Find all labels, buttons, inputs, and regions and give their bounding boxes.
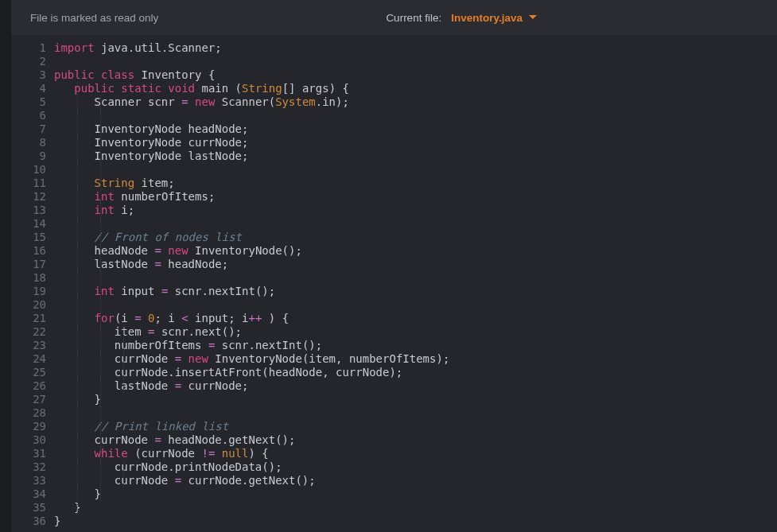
- code-line[interactable]: [54, 406, 777, 420]
- code-line[interactable]: }: [54, 515, 777, 528]
- line-number: 10: [11, 163, 46, 177]
- code-line[interactable]: // Front of nodes list: [54, 231, 777, 244]
- code-line[interactable]: for(i = 0; i < input; i++ ) {: [54, 312, 777, 325]
- line-number: 17: [11, 258, 46, 271]
- code-editor[interactable]: 1234567891011121314151617181920212223242…: [11, 35, 777, 532]
- code-line-content: lastNode = headNode;: [54, 258, 228, 270]
- indent-guide: [77, 339, 78, 352]
- code-line[interactable]: InventoryNode lastNode;: [54, 150, 777, 163]
- indent-guide: [100, 285, 101, 298]
- indent-guide: [100, 339, 101, 352]
- code-line-content: while (currNode != null) {: [54, 447, 269, 460]
- code-line[interactable]: public static void main (String[] args) …: [54, 82, 777, 95]
- code-line-content: InventoryNode currNode;: [54, 136, 248, 149]
- code-line[interactable]: [54, 163, 777, 177]
- code-line[interactable]: lastNode = currNode;: [54, 379, 777, 393]
- code-line[interactable]: currNode.printNodeData();: [54, 460, 777, 474]
- indent-guide: [77, 474, 78, 487]
- code-line-content: InventoryNode headNode;: [54, 122, 248, 135]
- code-line-content: currNode.printNodeData();: [54, 460, 282, 473]
- indent-guide: [100, 177, 101, 190]
- indent-guide: [77, 366, 78, 379]
- indent-guide: [77, 163, 78, 177]
- indent-guide: [100, 204, 101, 217]
- line-number: 7: [11, 122, 46, 136]
- code-line[interactable]: int i;: [54, 204, 777, 217]
- code-line[interactable]: int input = scnr.nextInt();: [54, 285, 777, 298]
- current-file-name: Inventory.java: [451, 12, 523, 24]
- code-line-content: currNode = headNode.getNext();: [54, 433, 295, 446]
- code-line[interactable]: currNode = headNode.getNext();: [54, 433, 777, 447]
- indent-guide: [100, 190, 101, 204]
- indent-guide: [100, 271, 101, 285]
- line-number: 9: [11, 150, 46, 163]
- indent-guide: [100, 447, 101, 460]
- code-line[interactable]: while (currNode != null) {: [54, 447, 777, 460]
- current-file-dropdown[interactable]: Inventory.java: [451, 12, 537, 24]
- line-number: 11: [11, 177, 46, 190]
- code-line-content: int input = scnr.nextInt();: [54, 285, 275, 297]
- code-line[interactable]: [54, 109, 777, 122]
- code-line[interactable]: }: [54, 487, 777, 501]
- code-line[interactable]: [54, 271, 777, 285]
- code-line[interactable]: Scanner scnr = new Scanner(System.in);: [54, 95, 777, 109]
- code-line-content: headNode = new InventoryNode();: [54, 244, 302, 257]
- code-line[interactable]: }: [54, 501, 777, 515]
- code-line-content: int i;: [54, 204, 134, 216]
- indent-guide: [77, 379, 78, 393]
- line-number: 26: [11, 379, 46, 393]
- indent-guide: [100, 487, 101, 501]
- code-line[interactable]: import java.util.Scanner;: [54, 41, 777, 55]
- indent-guide: [77, 501, 78, 515]
- indent-guide: [100, 433, 101, 447]
- indent-guide: [77, 298, 78, 312]
- code-line-content: currNode = currNode.getNext();: [54, 474, 316, 487]
- code-line[interactable]: item = scnr.next();: [54, 325, 777, 339]
- current-file-label: Current file:: [386, 12, 441, 24]
- indent-guide: [77, 136, 78, 150]
- code-line[interactable]: lastNode = headNode;: [54, 258, 777, 271]
- code-line[interactable]: [54, 217, 777, 231]
- line-number: 31: [11, 447, 46, 460]
- indent-guide: [77, 393, 78, 406]
- code-line[interactable]: InventoryNode headNode;: [54, 122, 777, 136]
- indent-guide: [100, 109, 101, 122]
- indent-guide: [77, 487, 78, 501]
- code-line[interactable]: currNode = new InventoryNode(item, numbe…: [54, 352, 777, 366]
- indent-guide: [100, 122, 101, 136]
- indent-guide: [100, 352, 101, 366]
- indent-guide: [100, 217, 101, 231]
- code-line[interactable]: int numberOfItems;: [54, 190, 777, 204]
- indent-guide: [100, 150, 101, 163]
- code-line[interactable]: public class Inventory {: [54, 68, 777, 82]
- code-line-content: // Front of nodes list: [54, 231, 242, 243]
- code-line[interactable]: currNode = currNode.getNext();: [54, 474, 777, 487]
- code-line-content: String item;: [54, 177, 175, 189]
- editor-header: File is marked as read only Current file…: [11, 0, 777, 35]
- indent-guide: [100, 420, 101, 433]
- code-line[interactable]: // Print linked list: [54, 420, 777, 433]
- code-line-content: lastNode = currNode;: [54, 379, 248, 392]
- indent-guide: [77, 433, 78, 447]
- line-number: 25: [11, 366, 46, 379]
- app-wrapper: File is marked as read only Current file…: [0, 0, 777, 532]
- line-number: 16: [11, 244, 46, 258]
- code-line-content: numberOfItems = scnr.nextInt();: [54, 339, 322, 351]
- code-area[interactable]: import java.util.Scanner;public class In…: [54, 41, 777, 532]
- code-line[interactable]: [54, 55, 777, 68]
- code-line[interactable]: InventoryNode currNode;: [54, 136, 777, 150]
- code-line-content: for(i = 0; i < input; i++ ) {: [54, 312, 289, 324]
- code-line[interactable]: [54, 298, 777, 312]
- indent-guide: [77, 285, 78, 298]
- code-line[interactable]: currNode.insertAtFront(headNode, currNod…: [54, 366, 777, 379]
- indent-guide: [100, 136, 101, 150]
- code-line[interactable]: String item;: [54, 177, 777, 190]
- code-line[interactable]: headNode = new InventoryNode();: [54, 244, 777, 258]
- line-number: 3: [11, 68, 46, 82]
- code-line[interactable]: }: [54, 393, 777, 406]
- indent-guide: [77, 122, 78, 136]
- line-number: 27: [11, 393, 46, 406]
- line-number: 20: [11, 298, 46, 312]
- code-line[interactable]: numberOfItems = scnr.nextInt();: [54, 339, 777, 352]
- indent-guide: [123, 460, 124, 474]
